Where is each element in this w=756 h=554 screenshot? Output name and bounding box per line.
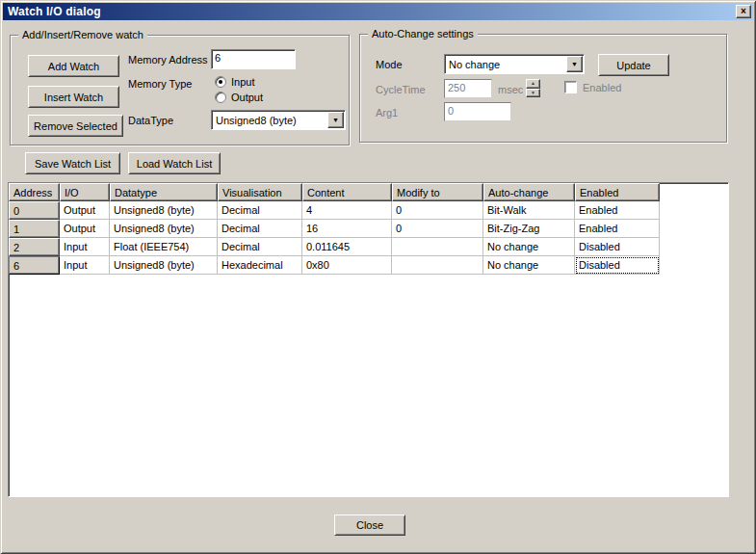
dialog-window: Watch I/O dialog × Add/Insert/Remove wat… [0,0,756,554]
column-header-modify-to[interactable]: Modify to [392,183,483,201]
table-cell[interactable]: Input [60,256,110,275]
cycletime-input[interactable]: 250 [444,79,492,98]
table-cell[interactable]: Disabled [575,238,660,256]
table-cell[interactable]: No change [483,256,575,275]
arg1-label: Arg1 [376,107,398,119]
chevron-down-icon[interactable]: ▼ [327,112,344,128]
column-header-auto-change[interactable]: Auto-change [483,183,575,201]
mode-selected-value: No change [445,57,565,72]
row-header-cell[interactable]: 2 [9,238,60,256]
cycletime-label: CycleTime [376,84,426,95]
radio-icon[interactable] [215,76,226,88]
table-cell[interactable]: Bit-Zig-Zag [483,220,575,238]
memory-type-radio-input[interactable]: Input [215,76,254,88]
table-cell[interactable]: Unsigned8 (byte) [110,256,218,275]
auto-change-group: Auto-Change settings Mode No change ▼ Up… [359,34,727,143]
close-button[interactable]: Close [334,514,405,536]
table-cell[interactable]: 0x80 [302,256,392,275]
table-cell[interactable]: 0 [392,201,483,220]
table-cell[interactable]: No change [483,238,575,256]
table-cell[interactable]: 0 [392,220,483,238]
memory-address-input[interactable]: 6 [211,49,296,69]
row-header-cell[interactable]: 0 [9,201,60,220]
cycletime-spinner: ▲ ▼ [526,79,540,97]
watch-table-header: AddressI/ODatatypeVisualisationContentMo… [9,183,728,201]
auto-change-group-title: Auto-Change settings [368,28,478,40]
load-watch-list-button[interactable]: Load Watch List [128,152,221,174]
table-cell[interactable]: Output [60,201,110,220]
radio-label: Output [231,92,263,103]
enabled-checkbox-label: Enabled [583,82,621,93]
close-window-button[interactable]: × [736,5,751,18]
datatype-label: DataType [128,115,173,126]
table-cell[interactable]: Output [60,220,110,238]
table-cell[interactable]: Unsigned8 (byte) [110,220,218,238]
mode-combobox[interactable]: No change ▼ [444,54,585,74]
table-cell[interactable]: 4 [302,201,392,220]
column-header-i-o[interactable]: I/O [60,183,110,201]
add-remove-group-title: Add/Insert/Remove watch [18,29,147,40]
close-icon: × [741,7,746,16]
row-header-cell[interactable]: 6 [9,256,60,275]
table-cell[interactable]: Decimal [218,220,302,238]
table-cell[interactable]: Unsigned8 (byte) [110,201,218,220]
spin-down-icon[interactable]: ▼ [526,89,540,98]
table-row[interactable]: 2InputFloat (IEEE754)Decimal0.011645No c… [9,238,728,256]
arg1-input[interactable]: 0 [444,102,511,121]
mode-label: Mode [376,59,403,70]
title-bar[interactable]: Watch I/O dialog × [3,3,753,20]
radio-label: Input [231,76,254,88]
table-cell[interactable]: Float (IEEE754) [110,238,218,256]
radio-icon[interactable] [215,92,226,103]
table-cell[interactable]: Enabled [575,201,660,220]
add-remove-group: Add/Insert/Remove watch Add Watch Insert… [10,35,350,145]
table-row[interactable]: 0OutputUnsigned8 (byte)Decimal40Bit-Walk… [9,201,728,220]
table-cell[interactable]: Decimal [218,238,302,256]
table-row[interactable]: 1OutputUnsigned8 (byte)Decimal160Bit-Zig… [9,220,728,238]
column-header-content[interactable]: Content [302,183,392,201]
column-header-address[interactable]: Address [9,183,60,201]
watch-table-body: 0OutputUnsigned8 (byte)Decimal40Bit-Walk… [9,201,728,275]
insert-watch-button[interactable]: Insert Watch [28,86,119,108]
spin-up-icon[interactable]: ▲ [526,79,540,89]
column-header-visualisation[interactable]: Visualisation [218,183,302,201]
enabled-checkbox-row: Enabled [564,81,621,93]
table-cell[interactable]: Hexadecimal [218,256,302,275]
cycletime-unit-label: msec [498,84,523,95]
window-title: Watch I/O dialog [8,5,101,18]
table-cell[interactable]: Enabled [575,220,660,238]
watch-list[interactable]: AddressI/ODatatypeVisualisationContentMo… [8,182,729,497]
enabled-checkbox[interactable] [564,81,577,93]
table-cell[interactable] [392,238,483,256]
column-header-datatype[interactable]: Datatype [110,183,218,201]
table-cell[interactable]: Bit-Walk [483,201,575,220]
remove-selected-button[interactable]: Remove Selected [28,115,123,137]
datatype-selected-value: Unsigned8 (byte) [212,113,326,128]
update-button[interactable]: Update [598,54,669,76]
memory-address-label: Memory Address [128,54,208,66]
table-cell[interactable]: Input [60,238,110,256]
table-cell[interactable] [392,256,483,275]
table-cell[interactable]: 16 [302,220,392,238]
save-watch-list-button[interactable]: Save Watch List [25,152,120,174]
table-cell[interactable]: 0.011645 [302,238,392,256]
memory-type-radio-output[interactable]: Output [215,92,263,103]
memory-type-label: Memory Type [128,78,192,90]
row-header-cell[interactable]: 1 [9,220,60,238]
table-cell[interactable]: Decimal [218,201,302,220]
column-header-enabled[interactable]: Enabled [575,183,660,201]
table-cell[interactable]: Disabled [575,256,660,275]
table-row[interactable]: 6InputUnsigned8 (byte)Hexadecimal0x80No … [9,256,728,275]
add-watch-button[interactable]: Add Watch [28,55,119,77]
chevron-down-icon[interactable]: ▼ [566,56,583,72]
datatype-combobox[interactable]: Unsigned8 (byte) ▼ [211,110,346,130]
